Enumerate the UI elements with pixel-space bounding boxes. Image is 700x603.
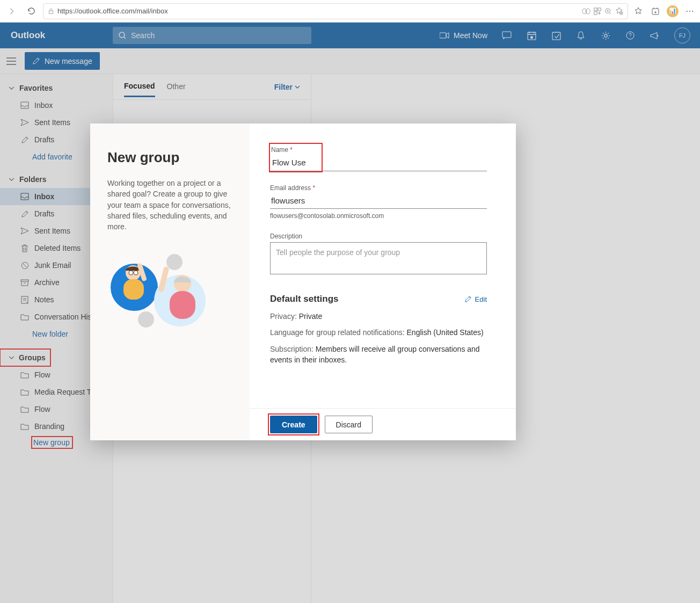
language-setting: Language for group related notifications… <box>270 327 487 338</box>
svg-rect-30 <box>170 291 195 319</box>
new-group-dialog: New group Working together on a project … <box>90 123 516 440</box>
edit-settings-link[interactable]: Edit <box>464 295 487 303</box>
address-bar[interactable]: https://outlook.office.com/mail/inbox <box>43 3 628 19</box>
dialog-intro: Working together on a project or a share… <box>107 178 231 232</box>
svg-rect-0 <box>49 11 53 13</box>
svg-point-26 <box>134 271 138 275</box>
reader-mode-icon[interactable] <box>582 8 590 15</box>
extension-icon[interactable] <box>594 8 601 15</box>
add-favorite-icon[interactable] <box>615 7 623 15</box>
discard-button[interactable]: Discard <box>325 416 373 433</box>
dialog-sidebar: New group Working together on a project … <box>90 123 250 440</box>
email-label: Email address * <box>270 184 487 192</box>
forward-button[interactable] <box>4 4 19 19</box>
svg-rect-3 <box>594 8 597 10</box>
dialog-title: New group <box>107 149 231 166</box>
privacy-setting: Privacy: Private <box>270 311 487 322</box>
group-email-field[interactable] <box>270 194 487 209</box>
lock-icon <box>48 8 54 14</box>
url-text: https://outlook.office.com/mail/inbox <box>57 7 168 15</box>
browser-toolbar: https://outlook.office.com/mail/inbox 📊 … <box>0 0 700 23</box>
refresh-button[interactable] <box>24 4 39 19</box>
favorites-icon[interactable] <box>632 5 644 17</box>
svg-rect-5 <box>594 11 597 14</box>
collections-icon[interactable] <box>650 5 661 17</box>
description-label: Description <box>270 233 487 240</box>
svg-rect-27 <box>123 279 144 300</box>
svg-point-25 <box>129 271 133 275</box>
create-button[interactable]: Create <box>270 416 317 433</box>
group-description-field[interactable] <box>270 242 487 274</box>
illustration <box>107 247 209 333</box>
default-settings-heading: Default settings <box>270 294 464 304</box>
group-name-field[interactable] <box>271 156 307 170</box>
calc-extension-icon[interactable]: 📊 <box>667 5 679 17</box>
dialog-footer: Create Discard <box>250 408 516 440</box>
browser-right-controls: 📊 ⋯ <box>632 5 696 17</box>
svg-point-23 <box>138 311 154 328</box>
subscription-setting: Subscription: Members will receive all g… <box>270 344 487 366</box>
svg-point-22 <box>166 254 183 270</box>
zoom-icon[interactable] <box>604 8 612 15</box>
svg-rect-4 <box>598 8 601 10</box>
email-hint: flowusers@contosolab.onmicrosoft.com <box>270 212 487 220</box>
name-label: Name * <box>271 146 307 154</box>
pencil-icon <box>464 295 472 303</box>
menu-icon[interactable]: ⋯ <box>684 5 696 17</box>
dialog-form: Name * Email address * flowusers@contoso… <box>250 123 516 440</box>
